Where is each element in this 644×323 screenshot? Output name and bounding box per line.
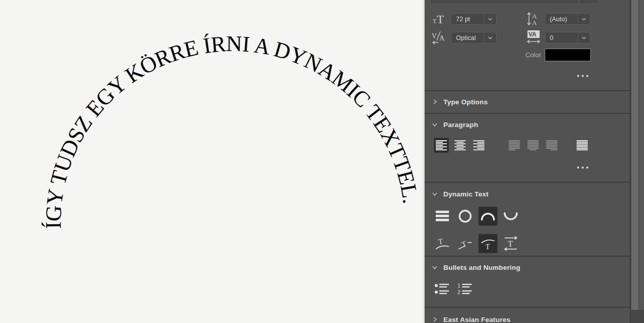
tracking-icon: VA (526, 30, 541, 45)
svg-text:A: A (439, 34, 445, 42)
text-flip-direction-icon: T (503, 236, 518, 251)
justify-last-center-icon (527, 140, 539, 151)
leading-dropdown-button[interactable] (578, 14, 590, 24)
align-left-icon (436, 140, 447, 151)
section-expanded-chevron-icon (432, 264, 438, 270)
font-size-value: 72 pt (451, 16, 484, 23)
text-flip-direction-button[interactable]: T (501, 234, 520, 253)
bulleted-list-button[interactable] (433, 281, 451, 297)
tracking-dropdown-button[interactable] (578, 32, 590, 43)
align-left-button[interactable] (434, 138, 449, 153)
section-label: Type Options (443, 98, 488, 106)
svg-text:VA: VA (528, 31, 537, 38)
align-right-icon (473, 140, 484, 151)
dropdown-chevron-icon (488, 18, 493, 21)
kerning-value: Optical (451, 34, 484, 42)
kerning-dropdown-button[interactable] (484, 32, 496, 43)
section-header-bullets-numbering[interactable]: Bullets and Numbering (425, 260, 630, 275)
numbered-list-icon: 1 2 (458, 282, 473, 296)
tracking-value: 0 (545, 34, 578, 42)
app-window: ÍGY TUDSZ EGY KÖRRE ÍRNI A DYNAMIC TEXTT… (0, 0, 644, 323)
justify-all-icon (577, 140, 588, 151)
svg-text:1: 1 (458, 283, 461, 289)
text-color-swatch[interactable] (545, 49, 591, 61)
leading-value: (Auto) (545, 16, 578, 23)
section-header-east-asian[interactable]: East Asian Features (425, 312, 630, 323)
align-center-button[interactable] (452, 138, 468, 153)
bulleted-list-icon (434, 282, 449, 296)
section-collapsed-chevron-icon (432, 316, 438, 322)
color-label: Color (501, 51, 541, 59)
justify-last-right-button[interactable] (544, 138, 559, 153)
properties-panel: T T 72 pt A A (Auto) (425, 0, 644, 323)
section-expanded-chevron-icon (432, 122, 438, 128)
leading-icon: A A (526, 12, 541, 26)
section-header-type-options[interactable]: Type Options (425, 94, 630, 109)
arc-text-layer[interactable]: ÍGY TUDSZ EGY KÖRRE ÍRNI A DYNAMIC TEXTT… (0, 0, 425, 323)
font-size-dropdown-button[interactable] (484, 14, 496, 24)
justify-last-left-button[interactable] (507, 138, 522, 153)
section-label: Bullets and Numbering (443, 264, 520, 271)
section-label: Paragraph (443, 121, 478, 129)
leading-field[interactable]: (Auto) (545, 13, 590, 25)
paragraph-more-options-button[interactable] (573, 164, 593, 171)
text-rainbow-icon: T (435, 236, 450, 251)
dropdown-chevron-icon (582, 36, 586, 39)
arc-down-shape-icon (503, 209, 518, 224)
text-skew-button[interactable]: T (456, 234, 475, 253)
svg-text:T: T (433, 18, 437, 25)
character-more-options-button[interactable] (573, 72, 593, 79)
justify-all-button[interactable] (575, 138, 590, 153)
svg-text:T: T (437, 13, 444, 25)
arc-text[interactable]: ÍGY TUDSZ EGY KÖRRE ÍRNI A DYNAMIC TEXTT… (41, 31, 423, 229)
svg-text:V: V (432, 32, 437, 40)
svg-text:A: A (532, 19, 537, 26)
arc-down-shape-button[interactable] (501, 207, 520, 226)
justify-last-center-button[interactable] (525, 138, 541, 153)
justify-last-left-icon (509, 140, 520, 151)
svg-text:2: 2 (458, 290, 461, 295)
straight-text-button[interactable] (433, 207, 452, 226)
kerning-icon: V A (432, 30, 447, 45)
kerning-field[interactable]: Optical (451, 32, 497, 44)
panel-right-edge-bottom (639, 310, 644, 323)
section-collapsed-chevron-icon (432, 99, 438, 105)
text-skew-icon: T (458, 236, 473, 251)
section-label: Dynamic Text (443, 190, 488, 198)
circle-shape-button[interactable] (456, 207, 475, 226)
dropdown-chevron-icon (488, 36, 493, 39)
arc-up-shape-icon (480, 209, 496, 224)
justify-last-right-icon (546, 140, 557, 151)
svg-text:T: T (508, 239, 513, 249)
font-size-field[interactable]: 72 pt (451, 13, 497, 25)
section-expanded-chevron-icon (432, 191, 438, 197)
panel-scrollbar-thumb[interactable] (631, 0, 638, 310)
straight-text-icon (435, 210, 449, 223)
svg-text:T: T (437, 237, 443, 246)
text-rotate-icon: T (480, 236, 496, 251)
font-size-icon: T T (432, 12, 447, 25)
align-center-icon (454, 140, 466, 151)
text-rainbow-button[interactable]: T (433, 234, 452, 253)
section-header-dynamic-text[interactable]: Dynamic Text (425, 186, 630, 201)
font-style-dropdown[interactable] (430, 0, 598, 4)
text-rotate-button[interactable]: T (478, 234, 498, 253)
dropdown-chevron-icon (582, 18, 586, 21)
tracking-field[interactable]: 0 (545, 32, 590, 44)
arc-up-shape-button[interactable] (478, 207, 498, 226)
align-right-button[interactable] (471, 138, 486, 153)
section-header-paragraph[interactable]: Paragraph (425, 117, 630, 132)
svg-text:T: T (485, 242, 491, 251)
document-canvas: ÍGY TUDSZ EGY KÖRRE ÍRNI A DYNAMIC TEXTT… (0, 0, 425, 323)
svg-text:ÍGY TUDSZ EGY KÖRRE ÍRNI A DYN: ÍGY TUDSZ EGY KÖRRE ÍRNI A DYNAMIC TEXTT… (41, 31, 423, 229)
panel-right-edge (639, 0, 644, 310)
circle-shape-icon (458, 209, 473, 224)
numbered-list-button[interactable]: 1 2 (456, 281, 474, 297)
section-label: East Asian Features (443, 316, 510, 323)
